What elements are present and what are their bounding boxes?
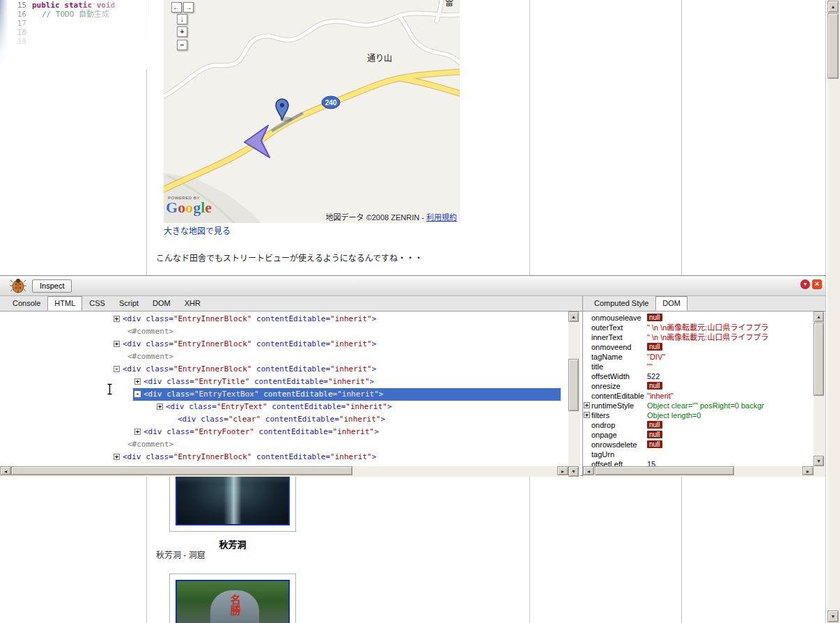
scroll-down-icon[interactable]: ▼: [568, 466, 579, 477]
dom-row[interactable]: onrowsdeletenull: [583, 440, 814, 449]
expander-icon[interactable]: +: [134, 378, 141, 385]
right-tab-dom[interactable]: DOM: [655, 296, 687, 311]
tab-dom[interactable]: DOM: [146, 296, 178, 309]
scroll-up-icon[interactable]: ▲: [568, 312, 579, 322]
pan-right-button[interactable]: →: [183, 2, 194, 13]
code-editor-ghost: 15public static void16// TODO 自動生成171819: [0, 0, 148, 70]
tab-xhr[interactable]: XHR: [178, 296, 208, 309]
tree-row[interactable]: +<div class="EntryTitle" contentEditable…: [0, 376, 568, 388]
firebug-tabbar: ConsoleHTMLCSSScriptDOMXHR Computed Styl…: [0, 296, 825, 312]
monument-photo[interactable]: 名勝: [176, 580, 290, 623]
scroll-up-icon[interactable]: ▲: [827, 1, 839, 13]
pan-down-button[interactable]: ↓: [177, 14, 187, 24]
dom-row[interactable]: innerText" \n \n画像転載元:山口県ライフプラ: [583, 332, 814, 342]
firebug-panel: Inspect ▼ × ConsoleHTMLCSSScriptDOMXHR C…: [0, 275, 825, 476]
tree-row[interactable]: +<div class="EntryInnerBlock" contentEdi…: [0, 338, 568, 351]
minimize-icon[interactable]: ▼: [800, 279, 810, 289]
expander-icon[interactable]: +: [114, 341, 120, 347]
dom-row[interactable]: offsetLeft15: [583, 459, 814, 466]
right-tab-computed-style[interactable]: Computed Style: [587, 296, 655, 309]
svg-text:240: 240: [325, 99, 337, 107]
tree-scrollbar-vertical[interactable]: ▲ ▼: [568, 312, 580, 477]
firebug-bug-icon: [10, 278, 26, 293]
expander-icon[interactable]: -: [134, 391, 141, 397]
dom-scrollbar-horizontal[interactable]: ◄ ►: [583, 466, 814, 477]
scrollbar-thumb[interactable]: [568, 359, 579, 411]
map-label-mountain: 通り山: [367, 54, 392, 63]
zoom-in-button[interactable]: +: [177, 26, 187, 37]
google-logo-letter: g: [193, 199, 201, 216]
tree-row[interactable]: -<div class="EntryInnerBlock" contentEdi…: [0, 363, 568, 376]
scrollbar-corner: [814, 466, 825, 477]
map-canvas[interactable]: 通り山 雷 240: [164, 0, 460, 223]
expander-icon[interactable]: +: [584, 402, 590, 408]
expander-icon[interactable]: -: [114, 366, 120, 372]
dom-row[interactable]: ondropnull: [583, 420, 814, 430]
dom-row[interactable]: offsetWidth522: [583, 371, 814, 381]
scroll-up-icon[interactable]: ▲: [814, 312, 824, 322]
terms-link[interactable]: 利用規約: [426, 213, 457, 222]
dom-row[interactable]: onmouseleavenull: [583, 313, 814, 323]
photo-thumbnail[interactable]: 名勝: [169, 574, 296, 623]
tab-console[interactable]: Console: [6, 296, 47, 309]
tree-row[interactable]: -<div class="EntryTextBox" contentEditab…: [0, 388, 568, 401]
tree-row-comment[interactable]: <#comment>: [0, 351, 568, 363]
tab-html[interactable]: HTML: [47, 296, 82, 311]
view-larger-map-link[interactable]: 大きな地図で見る: [164, 224, 231, 236]
google-logo-letter: o: [178, 199, 185, 216]
expander-icon[interactable]: +: [134, 429, 141, 435]
fade-overlay: [0, 0, 148, 70]
dom-row[interactable]: tagUrn: [583, 449, 814, 459]
tab-script[interactable]: Script: [112, 296, 146, 309]
dom-row[interactable]: onresizenull: [583, 381, 814, 391]
dom-row[interactable]: contentEditable"inherit": [583, 391, 814, 401]
scroll-down-icon[interactable]: ▼: [814, 456, 824, 466]
scrollbar-thumb[interactable]: [827, 13, 839, 79]
dom-row[interactable]: +runtimeStyleObject clear="" posRight=0 …: [583, 401, 814, 410]
main-scrollbar[interactable]: ▲ ▼: [827, 0, 840, 623]
route-badge: 240: [322, 96, 340, 109]
scroll-left-icon[interactable]: ◄: [0, 466, 11, 475]
pan-left-button[interactable]: ←: [171, 2, 182, 13]
scrollbar-thumb[interactable]: [11, 466, 352, 475]
map-embed[interactable]: 通り山 雷 240 ← → ↓ + − POWERED BY Google 地図…: [164, 0, 460, 223]
map-label-top: 雷: [445, 0, 453, 8]
scroll-right-icon[interactable]: ►: [557, 466, 568, 475]
tree-row[interactable]: <div class="clear" contentEditable="inhe…: [0, 413, 568, 426]
dom-row[interactable]: title"": [583, 362, 814, 371]
tree-row-comment[interactable]: <#comment>: [0, 438, 568, 451]
dom-properties-panel: onmouseleavenullouterText" \n \n画像転載元:山口…: [583, 312, 814, 466]
expander-icon[interactable]: +: [584, 412, 590, 418]
text-cursor-icon: [107, 383, 113, 398]
google-logo[interactable]: POWERED BY Google: [166, 196, 212, 215]
dom-row[interactable]: onmoveendnull: [583, 342, 814, 352]
tree-row-comment[interactable]: <#comment>: [0, 325, 568, 338]
tab-css[interactable]: CSS: [82, 296, 112, 309]
expander-icon[interactable]: +: [114, 454, 120, 460]
tree-scrollbar-horizontal[interactable]: ◄ ►: [0, 466, 568, 477]
scroll-left-icon[interactable]: ◄: [583, 466, 594, 475]
page-edge-divider: [825, 0, 826, 623]
zoom-out-button[interactable]: −: [177, 40, 187, 50]
inspect-button[interactable]: Inspect: [32, 279, 72, 293]
tree-row[interactable]: +<div class="EntryText" contentEditable=…: [0, 401, 568, 413]
dom-scrollbar-vertical[interactable]: ▲ ▼: [814, 312, 825, 466]
close-icon[interactable]: ×: [812, 279, 822, 289]
scrollbar-thumb[interactable]: [814, 323, 824, 396]
attribution-text: 地図データ ©2008 ZENRIN -: [326, 213, 426, 222]
html-tree-panel: +<div class="EntryInnerBlock" contentEdi…: [0, 312, 568, 466]
scroll-right-icon[interactable]: ►: [802, 466, 814, 475]
tree-row[interactable]: +<div class="EntryInnerBlock" contentEdi…: [0, 451, 568, 463]
scroll-down-icon[interactable]: ▼: [827, 610, 839, 622]
dom-row[interactable]: onpagenull: [583, 430, 814, 440]
photo-subcaption: 秋芳洞 - 洞窟: [156, 548, 205, 560]
expander-icon[interactable]: +: [114, 316, 120, 322]
scrollbar-thumb[interactable]: [595, 466, 734, 475]
tree-row[interactable]: +<div class="EntryFooter" contentEditabl…: [0, 426, 568, 438]
tree-row[interactable]: +<div class="EntryInnerBlock" contentEdi…: [0, 313, 568, 325]
map-attribution: 地図データ ©2008 ZENRIN - 利用規約: [326, 211, 457, 222]
expander-icon[interactable]: +: [157, 403, 163, 410]
dom-row[interactable]: outerText" \n \n画像転載元:山口県ライフプラ: [583, 323, 814, 332]
dom-row[interactable]: tagName"DIV": [583, 352, 814, 362]
dom-row[interactable]: +filtersObject length=0: [583, 410, 814, 420]
